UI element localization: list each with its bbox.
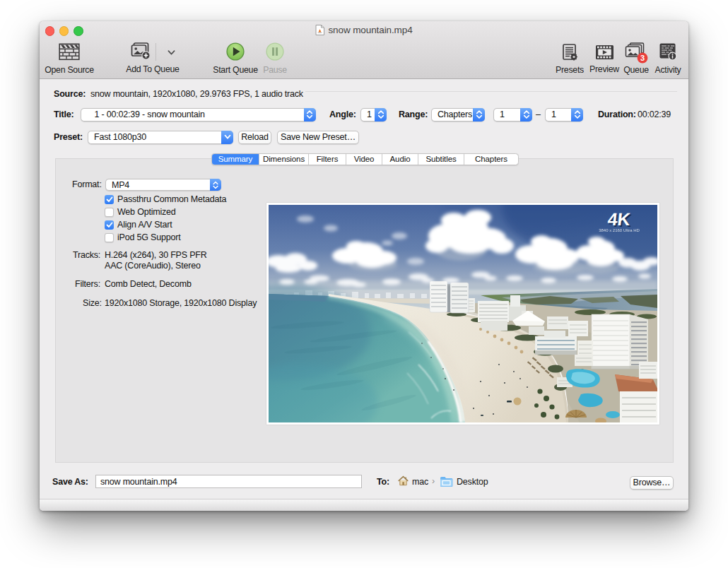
- svg-text:4K: 4K: [606, 209, 631, 229]
- svg-text:3840 x 2160 Ultra HD: 3840 x 2160 Ultra HD: [599, 228, 640, 232]
- svg-text:3: 3: [640, 54, 645, 62]
